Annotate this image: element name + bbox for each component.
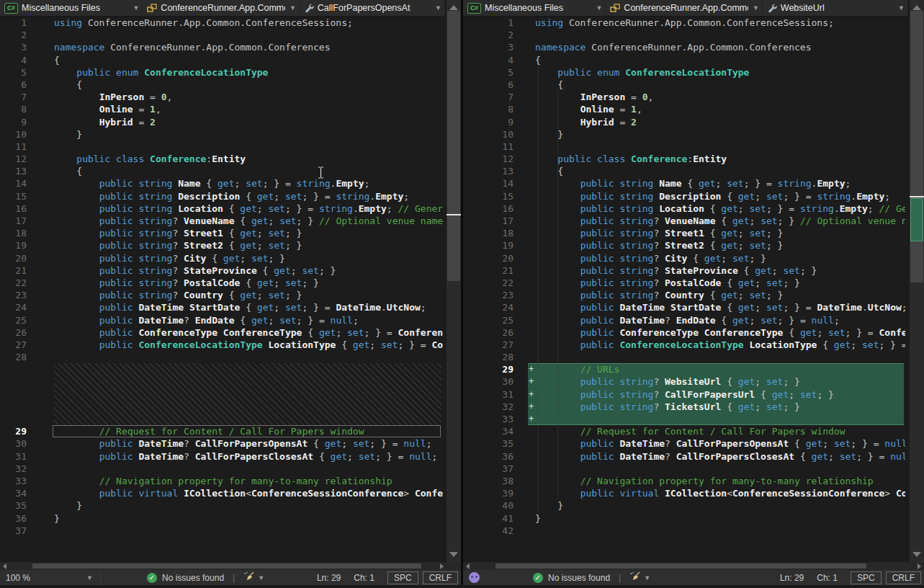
code-line[interactable]: 1using ConferenceRunner.App.Common.Confe… (463, 17, 905, 29)
code-line[interactable]: 19 public string? Street2 { get; set; } (0, 239, 443, 251)
vertical-scrollbar-left[interactable] (447, 0, 461, 562)
horizontal-scrollbar-left[interactable] (0, 562, 461, 570)
code-line[interactable]: 29+ // URLs (463, 363, 905, 375)
code-line[interactable]: 34 public virtual ICollection<Conference… (0, 487, 443, 499)
code-cleanup-broom-icon[interactable] (243, 571, 255, 584)
copilot-icon[interactable] (469, 572, 480, 583)
code-line[interactable]: 33+ (463, 413, 905, 425)
code-line[interactable]: 30+ public string? WebsiteUrl { get; set… (463, 375, 905, 388)
scrollbar-thumb[interactable] (495, 564, 866, 569)
scroll-left-arrow-icon[interactable] (466, 564, 470, 569)
code-line[interactable]: 27 public ConferenceLocationType Locatio… (0, 339, 443, 351)
code-line[interactable]: 4{ (0, 54, 443, 66)
code-line[interactable]: 25 public DateTime? EndDate { get; set; … (0, 314, 443, 326)
code-cleanup-broom-icon[interactable] (629, 571, 641, 584)
code-line[interactable]: 5 public enum ConferenceLocationType (463, 66, 905, 79)
scroll-down-arrow-icon[interactable] (912, 552, 921, 557)
spaces-toggle[interactable]: SPC (851, 571, 882, 584)
code-line[interactable]: 10 } (0, 128, 443, 141)
code-line[interactable]: 22 public string? PostalCode { get; set;… (463, 277, 905, 289)
code-line[interactable]: 24 public DateTime StartDate { get; set;… (463, 301, 905, 313)
type-dropdown-left[interactable]: ConferenceRunner.App.Commo ▼ (143, 0, 299, 16)
code-line[interactable]: 38 // Navigation property for many-to-ma… (463, 475, 905, 487)
code-line[interactable]: 36} (0, 512, 443, 525)
code-line[interactable]: 40 } (463, 499, 905, 512)
code-line[interactable]: 21 public string? StateProvince { get; s… (463, 264, 905, 277)
code-line[interactable]: 3namespace ConferenceRunner.App.Common.C… (463, 41, 905, 53)
code-line[interactable]: 18 public string? Street1 { get; set; } (463, 227, 905, 239)
code-line[interactable]: 17 public string? VenueName { get; set; … (463, 215, 905, 227)
code-line[interactable]: 2 (463, 29, 905, 41)
code-line[interactable]: 28 (463, 351, 905, 363)
code-editor-left[interactable]: 1using ConferenceRunner.App.Common.Confe… (0, 16, 443, 563)
code-line[interactable]: 23 public string? Country { get; set; } (0, 289, 443, 301)
scroll-right-arrow-icon[interactable] (440, 564, 444, 569)
code-line[interactable]: 26 public ConferenceType ConferenceType … (463, 326, 905, 339)
file-dropdown-left[interactable]: C# Miscellaneous Files ▼ (0, 0, 143, 16)
code-line[interactable]: 35 public DateTime? CallForPapersOpensAt… (463, 437, 905, 450)
code-line[interactable]: 30 public DateTime? CallForPapersOpensAt… (0, 437, 443, 450)
line-ending-toggle[interactable]: CRLF (423, 571, 458, 584)
code-line[interactable]: 31 public DateTime? CallForPapersClosesA… (0, 450, 443, 463)
code-line[interactable]: 23 public string? Country { get; set; } (463, 289, 905, 301)
code-editor-right[interactable]: 1using ConferenceRunner.App.Common.Confe… (463, 16, 905, 563)
code-line[interactable]: 37 (0, 525, 443, 537)
member-dropdown-left[interactable]: CallForPapersOpensAt ▼ (300, 0, 445, 16)
code-line[interactable]: 37 (463, 463, 905, 475)
scroll-up-arrow-icon[interactable] (449, 5, 458, 10)
chevron-down-icon[interactable]: ▼ (258, 574, 264, 582)
code-line[interactable]: 33 // Navigation property for many-to-ma… (0, 475, 443, 487)
code-line[interactable]: 7 InPerson = 0, (0, 91, 443, 103)
spaces-toggle[interactable]: SPC (387, 571, 418, 584)
code-line[interactable]: 28 (0, 351, 443, 363)
code-line[interactable]: 11 (463, 141, 905, 153)
zoom-selector[interactable]: 100 % ▼ (0, 570, 101, 585)
code-line[interactable]: 8 Online = 1, (0, 103, 443, 115)
code-line[interactable]: 13 { (463, 165, 905, 177)
code-line[interactable]: 18 public string? Street1 { get; set; } (0, 227, 443, 239)
code-line[interactable]: 41} (463, 512, 905, 525)
scroll-down-arrow-icon[interactable] (449, 552, 458, 557)
code-line[interactable]: 5 public enum ConferenceLocationType (0, 66, 443, 79)
code-line[interactable]: 42 (463, 525, 905, 537)
horizontal-scrollbar-right[interactable] (463, 562, 924, 570)
code-line[interactable]: 16 public string Location { get; set; } … (0, 202, 443, 215)
code-line[interactable]: 32+ public string? TicketsUrl { get; set… (463, 401, 905, 413)
code-line[interactable]: 11 (0, 141, 443, 153)
code-line[interactable]: 9 Hybrid = 2 (463, 116, 905, 128)
code-line[interactable]: 19 public string? Street2 { get; set; } (463, 239, 905, 251)
code-line[interactable]: 36 public DateTime? CallForPapersClosesA… (463, 450, 905, 463)
scroll-up-arrow-icon[interactable] (912, 5, 921, 10)
code-line[interactable]: 6 { (463, 79, 905, 91)
code-line[interactable]: 12 public class Conference:Entity (463, 153, 905, 165)
code-line[interactable]: 8 Online = 1, (463, 103, 905, 115)
code-line[interactable]: 20 public string? City { get; set; } (0, 252, 443, 264)
code-line[interactable]: 27 public ConferenceLocationType Locatio… (463, 339, 905, 351)
code-line[interactable]: 9 Hybrid = 2 (0, 116, 443, 128)
member-dropdown-right[interactable]: WebsiteUrl ▼ (763, 0, 908, 16)
scroll-left-arrow-icon[interactable] (3, 564, 6, 569)
scrollbar-thumb[interactable] (447, 11, 460, 281)
code-line[interactable]: 29 // Request for Content / Call For Pap… (0, 425, 443, 437)
code-line[interactable]: 35 } (0, 499, 443, 512)
code-line[interactable]: 39 public virtual ICollection<Conference… (463, 487, 905, 499)
chevron-down-icon[interactable]: ▼ (644, 574, 650, 582)
code-line[interactable]: 24 public DateTime StartDate { get; set;… (0, 301, 443, 313)
code-line[interactable]: 1using ConferenceRunner.App.Common.Confe… (0, 17, 443, 29)
scroll-right-arrow-icon[interactable] (918, 564, 921, 569)
code-line[interactable]: 12 public class Conference:Entity (0, 153, 443, 165)
code-line[interactable]: 34 // Request for Content / Call For Pap… (463, 425, 905, 437)
code-line[interactable]: 13 { (0, 165, 443, 177)
code-line[interactable]: 20 public string? City { get; set; } (463, 252, 905, 264)
scrollbar-thumb[interactable] (910, 11, 923, 282)
code-line[interactable]: 26 public ConferenceType ConferenceType … (0, 326, 443, 339)
file-dropdown-right[interactable]: C# Miscellaneous Files ▼ (463, 0, 606, 16)
code-line[interactable]: 15 public string Description { get; set;… (463, 190, 905, 202)
code-line[interactable]: 17 public string? VenueName { get; set; … (0, 215, 443, 227)
scrollbar-thumb[interactable] (32, 564, 421, 569)
type-dropdown-right[interactable]: ConferenceRunner.App.Commo ▼ (606, 0, 762, 16)
code-line[interactable]: 2 (0, 29, 443, 41)
code-line[interactable]: 4{ (463, 54, 905, 66)
code-line[interactable]: 25 public DateTime? EndDate { get; set; … (463, 314, 905, 326)
code-line[interactable]: 3namespace ConferenceRunner.App.Common.C… (0, 41, 443, 53)
